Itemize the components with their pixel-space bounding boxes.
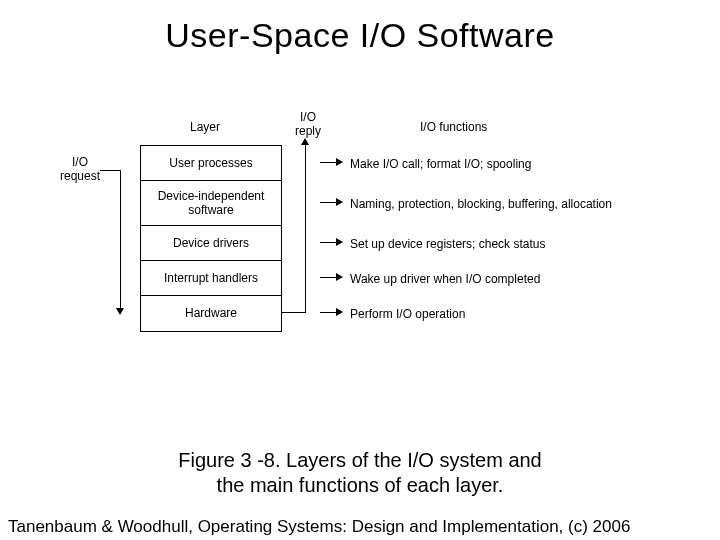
layer-func-1: Naming, protection, blocking, buffering,…	[350, 197, 612, 211]
header-functions: I/O functions	[420, 120, 487, 134]
caption-line-1: Figure 3 -8. Layers of the I/O system an…	[178, 449, 542, 471]
layer-box-4: Hardware	[140, 295, 282, 332]
figure-caption: Figure 3 -8. Layers of the I/O system an…	[0, 448, 720, 498]
slide: User-Space I/O Software Layer I/O reply …	[0, 0, 720, 540]
io-layers-figure: Layer I/O reply I/O functions I/O reques…	[50, 110, 670, 410]
header-request: I/O request	[60, 155, 100, 183]
layer-box-3: Interrupt handlers	[140, 260, 282, 297]
layer-box-1: Device-independent software	[140, 180, 282, 227]
layer-name-0: User processes	[169, 157, 252, 171]
credit-line: Tanenbaum & Woodhull, Operating Systems:…	[8, 517, 630, 537]
caption-line-2: the main functions of each layer.	[0, 473, 720, 498]
layer-name-2: Device drivers	[173, 237, 249, 251]
header-reply: I/O reply	[295, 110, 321, 138]
layer-name-4: Hardware	[185, 307, 237, 321]
layer-func-4: Perform I/O operation	[350, 307, 465, 321]
layer-box-2: Device drivers	[140, 225, 282, 262]
layer-name-1: Device-independent software	[158, 190, 265, 218]
layer-box-0: User processes	[140, 145, 282, 182]
layer-func-3: Wake up driver when I/O completed	[350, 272, 540, 286]
header-layer: Layer	[190, 120, 220, 134]
layer-name-3: Interrupt handlers	[164, 272, 258, 286]
layer-func-2: Set up device registers; check status	[350, 237, 545, 251]
layer-func-0: Make I/O call; format I/O; spooling	[350, 157, 531, 171]
slide-title: User-Space I/O Software	[0, 16, 720, 55]
